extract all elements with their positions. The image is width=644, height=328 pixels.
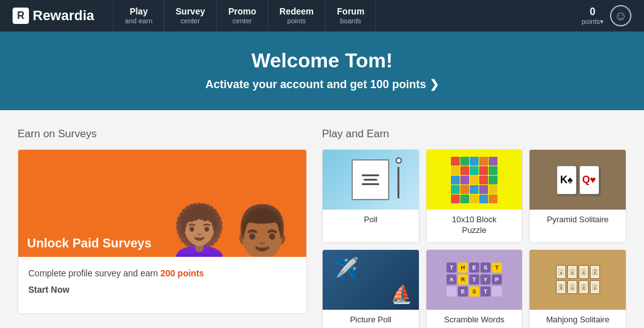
nav-survey-sub: center (180, 17, 200, 25)
nav-survey-main: Survey (175, 6, 205, 17)
bc (460, 185, 469, 194)
survey-banner[interactable]: Unlock Paid Surveys 👩🏽‍🦱👨🏾 (18, 150, 306, 257)
mt: 🀈 (567, 265, 577, 279)
logo-text: Rewardia (33, 8, 94, 24)
nav-links: Play and earn Survey center Promo center… (113, 0, 582, 31)
bc (460, 176, 469, 184)
bc (479, 185, 488, 194)
lb: R (458, 274, 468, 285)
game-label-picpoll: Picture Poll (347, 310, 394, 328)
nav-redeem-points[interactable]: Redeem points (268, 0, 325, 31)
lb: S (480, 263, 491, 273)
survey-banner-text: Unlock Paid Surveys (27, 236, 152, 251)
hero-subtitle[interactable]: Activate your account and get 100 points… (13, 77, 631, 91)
game-label-poll: Poll (361, 210, 380, 232)
letter-row-3: E S T (447, 286, 502, 297)
game-card-picture-poll[interactable]: ✈️ ⛵ Picture Poll (322, 249, 419, 328)
survey-people-icon: 👩🏽‍🦱👨🏾 (168, 206, 294, 257)
nav-play-earn-sub: and earn (125, 17, 152, 25)
bc (479, 166, 488, 175)
game-thumb-poll (323, 150, 419, 210)
lb: T (480, 286, 491, 297)
lb: T (447, 263, 457, 273)
game-card-scramble[interactable]: T H E S T A R T Y P E (426, 249, 523, 328)
bc (479, 195, 488, 203)
nav-forum-boards[interactable]: Forum boards (326, 0, 377, 31)
mt: 🀎 (590, 280, 600, 294)
mt: 🀊 (590, 265, 600, 279)
mt: 🀉 (579, 265, 589, 279)
play-earn-section: Play and Earn Poll (322, 128, 626, 328)
game-label-block: 10x10 BlockPuzzle (450, 210, 499, 242)
nav-play-earn[interactable]: Play and earn (113, 0, 164, 31)
lb: E (458, 286, 468, 297)
points-label: points▾ (582, 18, 604, 26)
mt: 🀋 (556, 280, 566, 294)
nav-redeem-main: Redeem (279, 6, 313, 17)
bc (470, 185, 479, 194)
game-label-mahjong: Mahjong Solitaire (543, 310, 611, 328)
poll-card-art (352, 159, 389, 200)
user-avatar-icon[interactable]: ☺ (610, 5, 631, 26)
survey-body-text: Complete profile survey and earn (28, 268, 158, 278)
block-grid-art (451, 157, 497, 203)
mt: 🀇 (556, 265, 566, 279)
survey-body: Complete profile survey and earn 200 poi… (28, 268, 296, 278)
boat-icon: ⛵ (391, 284, 413, 305)
points-badge[interactable]: 0 points▾ (582, 6, 604, 26)
start-now-link[interactable]: Start Now (28, 285, 296, 295)
game-card-pyramid[interactable]: K♠ Q♥ Pyramid Solitaire (529, 149, 626, 243)
bc (489, 195, 497, 203)
card-queen: Q♥ (579, 166, 599, 195)
nav-survey-center[interactable]: Survey center (164, 0, 217, 31)
bc (489, 157, 497, 166)
nav-right: 0 points▾ ☺ (582, 5, 631, 26)
poll-line-2 (364, 179, 377, 181)
mt: 🀍 (579, 280, 589, 294)
game-card-block-puzzle[interactable]: 10x10 BlockPuzzle (426, 149, 523, 243)
nav-redeem-sub: points (287, 17, 306, 25)
lb: H (458, 263, 468, 273)
main-content: Earn on Surveys Unlock Paid Surveys 👩🏽‍🦱… (0, 110, 644, 328)
game-thumb-pyramid: K♠ Q♥ (530, 150, 626, 210)
nav-play-earn-main: Play (130, 6, 148, 17)
letter-row-2: A R T Y P (447, 274, 502, 285)
bc (470, 195, 479, 203)
earn-surveys-title: Earn on Surveys (18, 128, 307, 140)
bc (489, 185, 497, 194)
game-card-poll[interactable]: Poll (322, 149, 419, 243)
bc (470, 166, 479, 175)
survey-card: Unlock Paid Surveys 👩🏽‍🦱👨🏾 Complete prof… (18, 149, 307, 314)
bc (470, 176, 479, 184)
hero-banner: Welcome Tom! Activate your account and g… (0, 31, 644, 110)
poll-lines (362, 174, 379, 185)
bc (451, 166, 460, 175)
nav-promo-center[interactable]: Promo center (217, 0, 268, 31)
lb: T (492, 263, 502, 273)
plane-icon: ✈️ (332, 256, 358, 281)
game-card-mahjong[interactable]: 🀇 🀈 🀉 🀊 🀋 🀌 🀍 🀎 Mahjong Solitaire (529, 249, 626, 328)
lb: E (469, 263, 479, 273)
mt: 🀌 (567, 280, 577, 294)
cards-art: K♠ Q♥ (557, 166, 599, 195)
mahjong-tiles-art: 🀇 🀈 🀉 🀊 🀋 🀌 🀍 🀎 (553, 263, 602, 297)
game-label-pyramid: Pyramid Solitaire (545, 210, 611, 232)
bc (460, 166, 469, 175)
logo[interactable]: R Rewardia (13, 8, 94, 24)
lb (492, 286, 502, 297)
bc (460, 195, 469, 203)
points-number: 0 (590, 6, 596, 18)
lb: A (447, 274, 457, 285)
letter-row-1: T H E S T (447, 263, 502, 273)
logo-icon: R (13, 8, 29, 24)
game-thumb-mahjong: 🀇 🀈 🀉 🀊 🀋 🀌 🀍 🀎 (530, 250, 626, 310)
game-thumb-picpoll: ✈️ ⛵ (323, 250, 419, 310)
lb (447, 286, 457, 297)
welcome-heading: Welcome Tom! (13, 49, 631, 72)
lb: T (469, 274, 479, 285)
nav-forum-main: Forum (337, 6, 365, 17)
play-earn-title: Play and Earn (322, 128, 626, 140)
poll-line-1 (362, 174, 379, 176)
poll-circle (396, 157, 402, 164)
game-thumb-scramble: T H E S T A R T Y P E (426, 250, 523, 310)
